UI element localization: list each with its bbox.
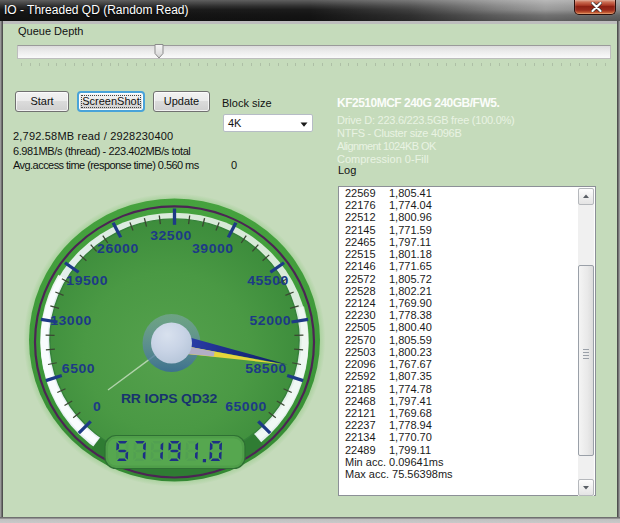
svg-text:RR IOPS QD32: RR IOPS QD32 bbox=[121, 391, 218, 406]
svg-text:39000: 39000 bbox=[192, 241, 234, 256]
svg-text:52000: 52000 bbox=[249, 314, 291, 329]
svg-text:0: 0 bbox=[93, 400, 101, 415]
svg-text:65000: 65000 bbox=[225, 400, 267, 415]
svg-text:45500: 45500 bbox=[247, 273, 289, 288]
svg-text:13000: 13000 bbox=[50, 314, 92, 329]
svg-text:26000: 26000 bbox=[97, 241, 139, 256]
svg-text:58500: 58500 bbox=[245, 362, 287, 377]
svg-text:6500: 6500 bbox=[62, 362, 95, 377]
svg-text:32500: 32500 bbox=[150, 229, 192, 244]
svg-text:19500: 19500 bbox=[66, 273, 108, 288]
